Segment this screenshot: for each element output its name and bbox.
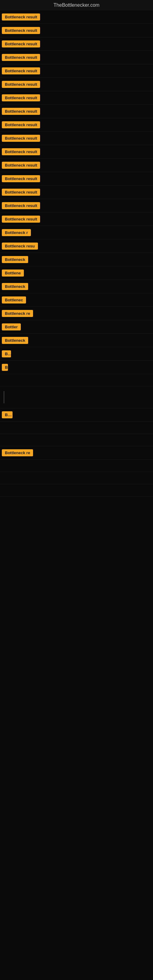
bottleneck-badge[interactable]: Bottleneck result: [2, 81, 40, 88]
bottleneck-badge[interactable]: Bottlene: [2, 269, 24, 277]
result-row: Bottleneck result: [0, 78, 153, 91]
bottleneck-badge[interactable]: Bottleneck: [2, 256, 28, 263]
bottleneck-badge[interactable]: Bottleneck result: [2, 27, 40, 34]
bottleneck-badge[interactable]: Bottleneck re: [2, 310, 33, 317]
bottleneck-badge[interactable]: Bottleneck result: [2, 54, 40, 61]
result-row: [0, 422, 153, 434]
bottleneck-badge[interactable]: Bottleneck result: [2, 13, 40, 21]
vertical-line-indicator: [4, 391, 4, 403]
bottleneck-badge[interactable]: Bottleneck: [2, 337, 28, 344]
result-row: Bo: [0, 347, 153, 361]
result-row: Bottleneck result: [0, 145, 153, 159]
bottleneck-badge[interactable]: Bottleneck result: [2, 40, 40, 48]
result-row: [0, 460, 153, 472]
result-row: Bottleneck r: [0, 226, 153, 240]
result-row: Bottleneck result: [0, 91, 153, 105]
result-row: [0, 472, 153, 484]
result-row: Bottler: [0, 320, 153, 334]
bottleneck-badge[interactable]: B: [2, 364, 8, 371]
result-row: Bottleneck: [0, 280, 153, 293]
site-title: TheBottlenecker.com: [0, 0, 153, 10]
bottleneck-badge[interactable]: Bottleneck result: [2, 202, 40, 209]
result-row: Bottleneck result: [0, 132, 153, 145]
result-row: Bottleneck result: [0, 64, 153, 78]
result-row: Bottleneck: [0, 253, 153, 266]
result-row: Bottleneck result: [0, 118, 153, 132]
bottleneck-badge[interactable]: Bo: [2, 350, 11, 357]
bottleneck-badge[interactable]: Bottleneck result: [2, 148, 40, 155]
result-row: Bottleneck result: [0, 51, 153, 64]
result-row: Bottlene: [0, 266, 153, 280]
bottleneck-badge[interactable]: Bot: [2, 411, 13, 418]
result-row: Bottleneck re: [0, 446, 153, 460]
result-row: Bottleneck resu: [0, 240, 153, 253]
bottleneck-badge[interactable]: Bottleneck result: [2, 121, 40, 128]
result-row: Bottleneck re: [0, 307, 153, 320]
result-row: Bottleneck result: [0, 172, 153, 186]
result-row: Bottlenec: [0, 293, 153, 307]
result-row: [0, 374, 153, 387]
result-row: Bottleneck result: [0, 24, 153, 37]
result-row: Bottleneck: [0, 334, 153, 347]
bottleneck-badge[interactable]: Bottleneck result: [2, 135, 40, 142]
bottleneck-badge[interactable]: Bottleneck r: [2, 229, 31, 236]
result-row: [0, 434, 153, 446]
result-row: Bottleneck result: [0, 37, 153, 51]
result-row: Bottleneck result: [0, 186, 153, 199]
result-row: Bottleneck result: [0, 199, 153, 213]
bottleneck-badge[interactable]: Bottleneck result: [2, 162, 40, 169]
result-row: Bottleneck result: [0, 159, 153, 172]
bottleneck-badge[interactable]: Bottleneck result: [2, 175, 40, 182]
result-row: [0, 387, 153, 408]
bottleneck-badge[interactable]: Bottleneck: [2, 283, 28, 290]
result-row: [0, 484, 153, 496]
bottleneck-badge[interactable]: Bottleneck result: [2, 108, 40, 115]
result-row: Bottleneck result: [0, 105, 153, 118]
bottleneck-badge[interactable]: Bottleneck result: [2, 189, 40, 196]
result-row: Bot: [0, 408, 153, 422]
result-row: B: [0, 361, 153, 374]
result-row: Bottleneck result: [0, 213, 153, 226]
bottleneck-badge[interactable]: Bottlenec: [2, 296, 26, 304]
bottleneck-badge[interactable]: Bottleneck resu: [2, 243, 38, 250]
result-row: Bottleneck result: [0, 10, 153, 24]
results-container: Bottleneck resultBottleneck resultBottle…: [0, 10, 153, 496]
bottleneck-badge[interactable]: Bottleneck result: [2, 67, 40, 75]
bottleneck-badge[interactable]: Bottleneck re: [2, 449, 33, 456]
bottleneck-badge[interactable]: Bottleneck result: [2, 94, 40, 101]
bottleneck-badge[interactable]: Bottleneck result: [2, 216, 40, 223]
bottleneck-badge[interactable]: Bottler: [2, 323, 21, 331]
